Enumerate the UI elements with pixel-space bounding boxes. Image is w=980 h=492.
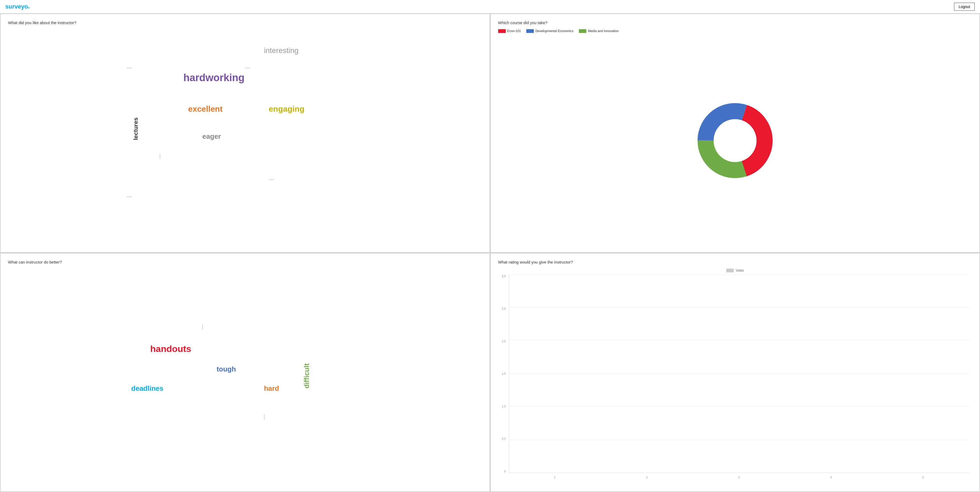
word-cloud-improve: handouts tough deadlines hard difficult: [8, 269, 482, 483]
panel-improve-title: What can instructor do better?: [8, 260, 482, 264]
bar-chart-legend: Votes: [498, 269, 972, 272]
x-label-3: 3: [738, 476, 740, 479]
bars-area: [509, 275, 970, 473]
word-cloud-likes: interesting hardworking excellent engagi…: [8, 29, 482, 244]
tick-decoration: [245, 68, 250, 68]
logo-text: surveyo: [5, 3, 28, 10]
y-label-25: 2.5: [498, 307, 508, 310]
y-label-10: 1.0: [498, 405, 508, 408]
donut-chart: [498, 36, 972, 246]
word-hard: hard: [264, 384, 279, 393]
chart-area: 0 0.5 1.0 1.5 2.0 2.5 3.0: [498, 275, 972, 481]
legend-dev-econ: Developmental Economics: [526, 29, 573, 33]
y-label-05: 0.5: [498, 437, 508, 440]
panel-rating: What rating would you give the instructo…: [491, 253, 980, 492]
legend-econ: Econ-101: [498, 29, 521, 33]
donut-hole: [714, 119, 757, 162]
panel-rating-title: What rating would you give the instructo…: [498, 260, 972, 264]
x-label-4: 4: [830, 476, 832, 479]
word-tough: tough: [216, 365, 236, 373]
x-axis: 1 2 3 4 5: [509, 473, 970, 481]
bars-wrapper: [509, 275, 970, 473]
x-label-1: 1: [554, 476, 555, 479]
word-deadlines: deadlines: [131, 384, 164, 393]
y-label-15: 1.5: [498, 372, 508, 375]
y-label-30: 3.0: [498, 275, 508, 278]
legend-color-media: [579, 29, 586, 33]
tick-decoration: [126, 68, 132, 68]
y-label-0: 0: [498, 470, 508, 473]
bar-chart: Votes 0 0.5 1.0 1.5 2.0 2.5 3.0: [498, 269, 972, 483]
legend-label-dev: Developmental Economics: [535, 29, 573, 33]
word-excellent: excellent: [188, 105, 223, 114]
app-logo: surveyo●: [5, 3, 29, 10]
word-handouts: handouts: [150, 344, 191, 354]
panel-course: Which course did you take? Econ-101 Deve…: [491, 14, 980, 252]
panel-course-title: Which course did you take?: [498, 21, 972, 25]
word-hardworking: hardworking: [183, 72, 244, 84]
bar-legend-label: Votes: [736, 269, 744, 272]
dashboard-grid: What did you like about the instructor? …: [0, 13, 980, 492]
legend-color-dev: [526, 29, 534, 33]
legend-label-econ: Econ-101: [507, 29, 521, 33]
x-label-5: 5: [923, 476, 924, 479]
legend-media: Media and Innovation: [579, 29, 619, 33]
panel-likes: What did you like about the instructor? …: [0, 14, 490, 252]
tick-decoration: [264, 414, 264, 420]
donut-legend: Econ-101 Developmental Economics Media a…: [498, 29, 972, 33]
word-interesting: interesting: [264, 46, 299, 55]
word-difficult: difficult: [302, 363, 311, 389]
word-eager: eager: [202, 132, 221, 141]
panel-likes-title: What did you like about the instructor?: [8, 21, 482, 25]
legend-color-econ: [498, 29, 506, 33]
tick-decoration: [269, 179, 274, 180]
tick-decoration: [126, 197, 132, 197]
panel-improve: What can instructor do better? handouts …: [0, 253, 490, 492]
logout-button[interactable]: Logout: [954, 3, 975, 11]
word-lectures: lectures: [132, 117, 139, 140]
word-engaging: engaging: [269, 105, 304, 114]
tick-decoration: [202, 324, 203, 330]
bar-legend-color: [726, 269, 734, 272]
tick-decoration: [160, 154, 160, 159]
y-label-20: 2.0: [498, 340, 508, 343]
legend-label-media: Media and Innovation: [588, 29, 619, 33]
donut-svg: [698, 103, 773, 178]
y-axis: 0 0.5 1.0 1.5 2.0 2.5 3.0: [498, 275, 508, 473]
x-label-2: 2: [646, 476, 648, 479]
